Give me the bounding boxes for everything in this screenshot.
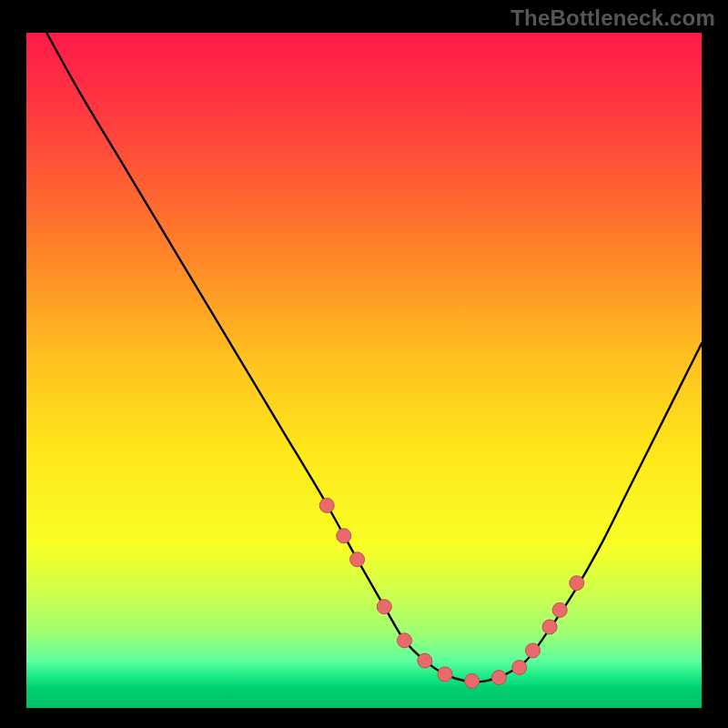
- marker-point: [350, 552, 365, 567]
- highlight-markers: [319, 498, 584, 688]
- marker-point: [319, 498, 334, 512]
- watermark-text: TheBottleneck.com: [511, 5, 715, 31]
- curve-layer: [26, 33, 702, 708]
- marker-point: [398, 633, 412, 648]
- marker-point: [491, 671, 506, 685]
- marker-point: [552, 602, 567, 617]
- marker-point: [570, 576, 584, 591]
- marker-point: [526, 643, 541, 658]
- marker-point: [465, 673, 480, 688]
- marker-point: [337, 529, 351, 543]
- marker-point: [542, 620, 557, 634]
- bottleneck-curve: [46, 33, 702, 682]
- chart-frame: TheBottleneck.com: [0, 0, 728, 728]
- plot-area: [26, 33, 702, 708]
- marker-point: [377, 600, 391, 614]
- marker-point: [418, 653, 432, 668]
- marker-point: [512, 660, 527, 674]
- marker-point: [438, 667, 452, 682]
